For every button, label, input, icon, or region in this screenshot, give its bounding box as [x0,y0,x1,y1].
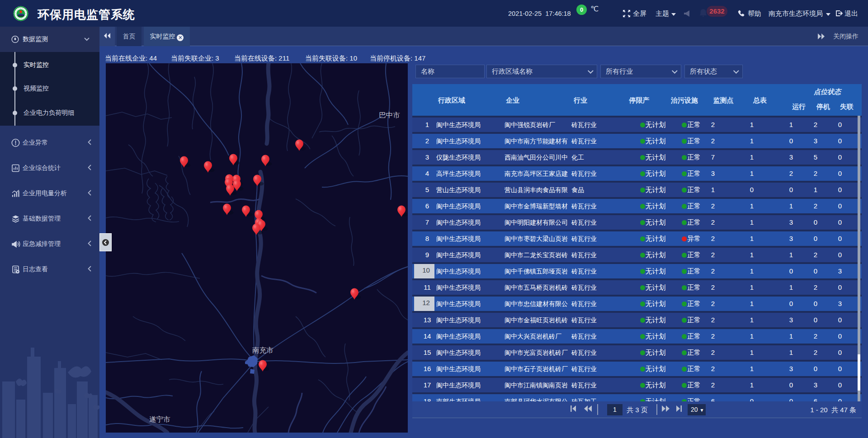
svg-text:遂宁市: 遂宁市 [149,415,170,423]
svg-text:南充市: 南充市 [252,346,274,354]
svg-text:巴中市: 巴中市 [379,111,400,119]
